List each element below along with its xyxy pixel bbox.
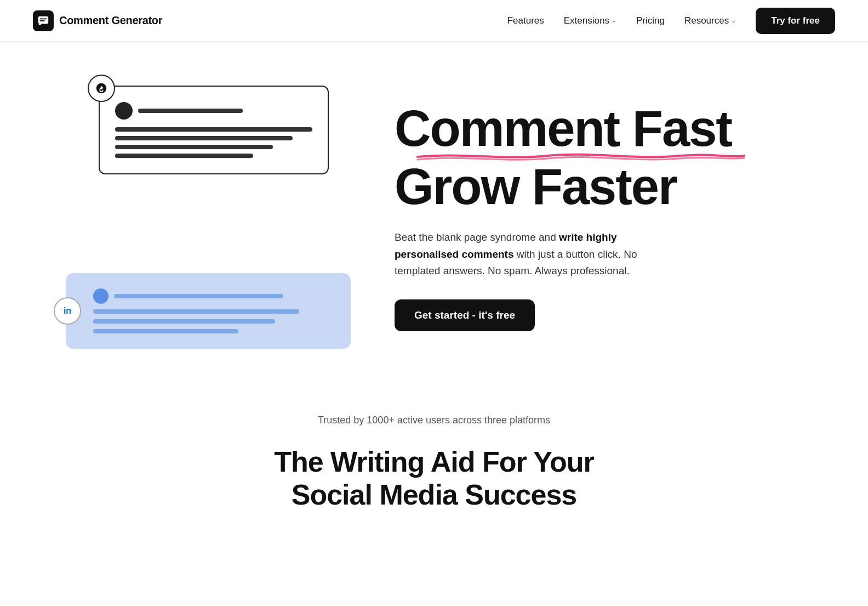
hero-cta-button[interactable]: Get started - it's free: [395, 299, 535, 331]
logo[interactable]: Comment Generator: [33, 10, 162, 31]
linkedin-card-avatar: [93, 288, 108, 304]
threads-card-avatar: [115, 102, 133, 120]
nav-extensions[interactable]: Extensions ⌄: [564, 15, 616, 26]
extensions-chevron-icon: ⌄: [612, 17, 616, 24]
hero-headline-line2: Grow Faster: [395, 161, 767, 212]
threads-card-text-lines: [115, 127, 312, 158]
logo-icon: [33, 10, 54, 31]
hero-section: in Comment Fast Grow Faster: [0, 42, 868, 382]
svg-rect-0: [38, 16, 48, 24]
threads-icon: [88, 75, 115, 102]
linkedin-icon: in: [54, 297, 81, 325]
nav-cta-button[interactable]: Try for free: [756, 8, 835, 34]
hero-illustration: in: [66, 86, 351, 349]
nav-links: Features Extensions ⌄ Pricing Resources …: [507, 8, 835, 34]
hero-content: Comment Fast Grow Faster Beat the blank …: [395, 103, 767, 331]
navbar: Comment Generator Features Extensions ⌄ …: [0, 0, 868, 42]
hero-headline: Comment Fast Grow Faster: [395, 103, 767, 212]
hero-headline-line1: Comment Fast: [395, 103, 767, 161]
linkedin-card-content: [93, 288, 335, 333]
svg-rect-1: [40, 18, 47, 19]
linkedin-card: in: [66, 273, 351, 349]
hero-description: Beat the blank page syndrome and write h…: [395, 229, 658, 279]
trust-text: Trusted by 1000+ active users across thr…: [22, 415, 846, 426]
nav-pricing[interactable]: Pricing: [636, 15, 665, 26]
svg-rect-2: [40, 20, 45, 21]
threads-card-name-lines: [138, 109, 312, 113]
nav-features[interactable]: Features: [507, 15, 544, 26]
writing-aid-title: The Writing Aid For Your Social Media Su…: [242, 446, 626, 512]
resources-chevron-icon: ⌄: [731, 17, 736, 24]
nav-resources[interactable]: Resources ⌄: [684, 15, 736, 26]
trust-section: Trusted by 1000+ active users across thr…: [0, 382, 868, 523]
logo-text: Comment Generator: [59, 14, 162, 27]
threads-card: [99, 86, 329, 174]
